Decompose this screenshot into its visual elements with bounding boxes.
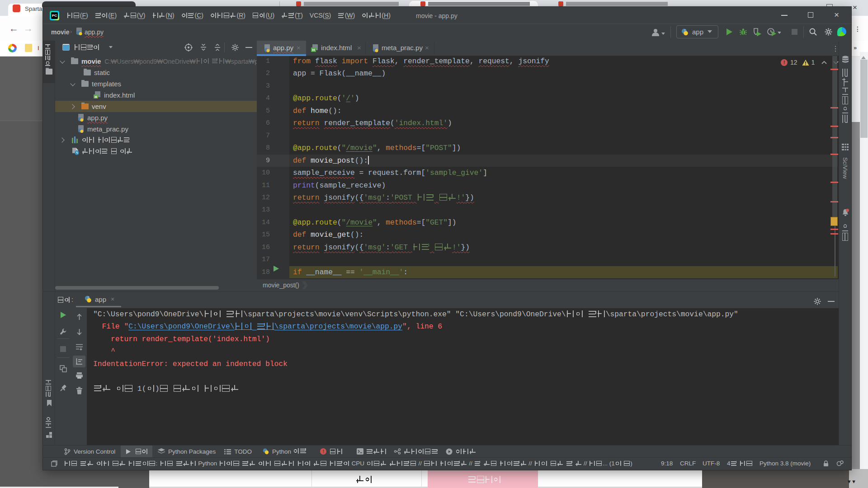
svg-text:H: H [312, 48, 315, 52]
svg-text:H: H [94, 95, 97, 99]
